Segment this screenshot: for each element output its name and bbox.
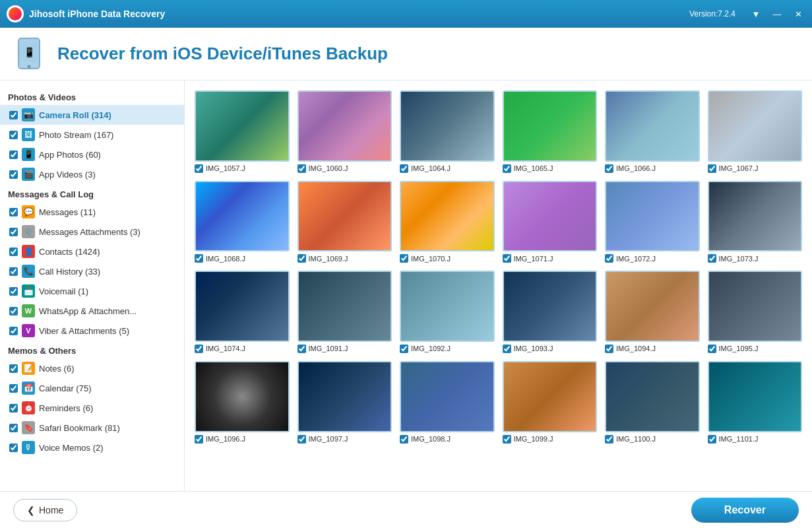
app-photos-icon: 📱 bbox=[22, 148, 35, 161]
photo-area: IMG_1057.JIMG_1060.JIMG_1064.JIMG_1065.J… bbox=[185, 81, 812, 491]
contacts-checkbox[interactable] bbox=[9, 248, 18, 256]
whatsapp-checkbox[interactable] bbox=[9, 307, 18, 315]
recover-button[interactable]: Recover bbox=[691, 498, 799, 523]
photo-item-10[interactable]: IMG_1071.J bbox=[503, 181, 598, 263]
photo-checkbox-24[interactable] bbox=[708, 435, 716, 444]
photo-item-5[interactable]: IMG_1066.J bbox=[605, 90, 700, 173]
photo-checkbox-19[interactable] bbox=[195, 435, 203, 444]
photo-checkbox-10[interactable] bbox=[503, 254, 511, 263]
viber-icon: V bbox=[22, 324, 35, 337]
photo-item-13[interactable]: IMG_1074.J bbox=[195, 271, 290, 353]
photo-item-23[interactable]: IMG_1100.J bbox=[605, 361, 700, 444]
photo-label-23: IMG_1100.J bbox=[605, 435, 700, 444]
sidebar-item-camera-roll[interactable]: 📷 Camera Roll (314) bbox=[0, 105, 184, 125]
sidebar-item-voice-memos[interactable]: 🎙 Voice Memos (2) bbox=[0, 438, 184, 457]
call-history-checkbox[interactable] bbox=[9, 267, 18, 276]
photo-label-18: IMG_1095.J bbox=[708, 345, 803, 353]
sidebar-item-calendar[interactable]: 📅 Calendar (75) bbox=[0, 378, 184, 398]
photo-checkbox-7[interactable] bbox=[195, 254, 203, 263]
photo-item-14[interactable]: IMG_1091.J bbox=[297, 271, 392, 353]
photo-thumbnail-2 bbox=[297, 90, 392, 162]
photo-item-19[interactable]: IMG_1096.J bbox=[195, 361, 290, 444]
photo-checkbox-13[interactable] bbox=[195, 345, 203, 353]
sidebar-item-call-history[interactable]: 📞 Call History (33) bbox=[0, 261, 184, 281]
photo-item-8[interactable]: IMG_1069.J bbox=[297, 181, 392, 263]
whatsapp-label: WhatsApp & Attachmen... bbox=[39, 306, 137, 316]
sidebar-item-app-videos[interactable]: 🎬 App Videos (3) bbox=[0, 164, 184, 184]
sidebar-item-messages[interactable]: 💬 Messages (11) bbox=[0, 202, 184, 222]
sidebar-item-messages-attachments[interactable]: 📎 Messages Attachments (3) bbox=[0, 222, 184, 242]
safari-checkbox[interactable] bbox=[9, 424, 18, 432]
photo-checkbox-22[interactable] bbox=[503, 435, 511, 444]
photo-item-22[interactable]: IMG_1099.J bbox=[503, 361, 598, 444]
voicemail-checkbox[interactable] bbox=[9, 287, 18, 296]
messages-attach-checkbox[interactable] bbox=[9, 228, 18, 236]
photo-item-12[interactable]: IMG_1073.J bbox=[708, 181, 803, 263]
photo-checkbox-2[interactable] bbox=[297, 164, 306, 173]
app-version: Version:7.2.4 bbox=[689, 9, 735, 18]
photo-item-20[interactable]: IMG_1097.J bbox=[297, 361, 392, 444]
photo-item-18[interactable]: IMG_1095.J bbox=[708, 271, 803, 353]
sidebar-item-viber[interactable]: V Viber & Attachments (5) bbox=[0, 321, 184, 341]
home-button[interactable]: ❮ Home bbox=[13, 499, 77, 521]
photo-item-21[interactable]: IMG_1098.J bbox=[400, 361, 495, 444]
app-videos-checkbox[interactable] bbox=[9, 170, 18, 179]
camera-roll-checkbox[interactable] bbox=[9, 111, 18, 119]
photo-item-17[interactable]: IMG_1094.J bbox=[605, 271, 700, 353]
sidebar-item-whatsapp[interactable]: W WhatsApp & Attachmen... bbox=[0, 301, 184, 321]
sidebar-item-voicemail[interactable]: 📩 Voicemail (1) bbox=[0, 281, 184, 301]
photo-item-9[interactable]: IMG_1070.J bbox=[400, 181, 495, 263]
photo-checkbox-16[interactable] bbox=[503, 345, 511, 353]
photo-checkbox-14[interactable] bbox=[297, 345, 306, 353]
photo-stream-checkbox[interactable] bbox=[9, 131, 18, 139]
photo-checkbox-9[interactable] bbox=[400, 254, 408, 263]
photo-checkbox-15[interactable] bbox=[400, 345, 408, 353]
photo-checkbox-3[interactable] bbox=[400, 164, 408, 173]
photo-thumbnail-16 bbox=[503, 271, 598, 342]
photo-label-15: IMG_1092.J bbox=[400, 345, 495, 353]
photo-item-11[interactable]: IMG_1072.J bbox=[605, 181, 700, 263]
photo-filename-6: IMG_1067.J bbox=[719, 164, 759, 172]
photo-checkbox-18[interactable] bbox=[708, 345, 716, 353]
photo-item-1[interactable]: IMG_1057.J bbox=[195, 90, 290, 173]
sidebar-item-app-photos[interactable]: 📱 App Photos (60) bbox=[0, 145, 184, 164]
minimize-button[interactable]: — bbox=[770, 7, 784, 21]
photo-item-6[interactable]: IMG_1067.J bbox=[708, 90, 803, 173]
photo-checkbox-17[interactable] bbox=[605, 345, 613, 353]
close-button[interactable]: ✕ bbox=[791, 7, 805, 21]
photo-filename-12: IMG_1073.J bbox=[719, 255, 759, 263]
photo-checkbox-20[interactable] bbox=[297, 435, 306, 444]
photo-checkbox-5[interactable] bbox=[605, 164, 613, 173]
notes-checkbox[interactable] bbox=[9, 364, 18, 373]
photo-checkbox-21[interactable] bbox=[400, 435, 408, 444]
photo-checkbox-8[interactable] bbox=[297, 254, 306, 263]
photo-item-24[interactable]: IMG_1101.J bbox=[708, 361, 803, 444]
calendar-label: Calendar (75) bbox=[39, 383, 92, 393]
photo-item-4[interactable]: IMG_1065.J bbox=[503, 90, 598, 173]
photo-thumbnail-21 bbox=[400, 361, 495, 432]
app-photos-checkbox[interactable] bbox=[9, 150, 18, 159]
photo-item-15[interactable]: IMG_1092.J bbox=[400, 271, 495, 353]
photo-checkbox-1[interactable] bbox=[195, 164, 203, 173]
photo-item-3[interactable]: IMG_1064.J bbox=[400, 90, 495, 173]
photo-checkbox-4[interactable] bbox=[503, 164, 511, 173]
messages-checkbox[interactable] bbox=[9, 208, 18, 216]
reminders-checkbox[interactable] bbox=[9, 404, 18, 412]
dropdown-button[interactable]: ▼ bbox=[749, 7, 763, 21]
photo-item-2[interactable]: IMG_1060.J bbox=[297, 90, 392, 173]
photo-checkbox-11[interactable] bbox=[605, 254, 613, 263]
photo-item-7[interactable]: IMG_1068.J bbox=[195, 181, 290, 263]
photo-item-16[interactable]: IMG_1093.J bbox=[503, 271, 598, 353]
calendar-checkbox[interactable] bbox=[9, 384, 18, 393]
photo-checkbox-12[interactable] bbox=[708, 254, 716, 263]
sidebar-item-notes[interactable]: 📝 Notes (6) bbox=[0, 358, 184, 378]
photo-checkbox-23[interactable] bbox=[605, 435, 613, 444]
sidebar-item-photo-stream[interactable]: 🖼 Photo Stream (167) bbox=[0, 125, 184, 145]
sidebar-item-reminders[interactable]: ⏰ Reminders (6) bbox=[0, 398, 184, 418]
voice-memos-checkbox[interactable] bbox=[9, 444, 18, 452]
sidebar-item-safari[interactable]: 🔖 Safari Bookmark (81) bbox=[0, 418, 184, 438]
photo-thumbnail-10 bbox=[503, 181, 598, 252]
sidebar-item-contacts[interactable]: 👤 Contacts (1424) bbox=[0, 242, 184, 261]
viber-checkbox[interactable] bbox=[9, 327, 18, 335]
photo-checkbox-6[interactable] bbox=[708, 164, 716, 173]
